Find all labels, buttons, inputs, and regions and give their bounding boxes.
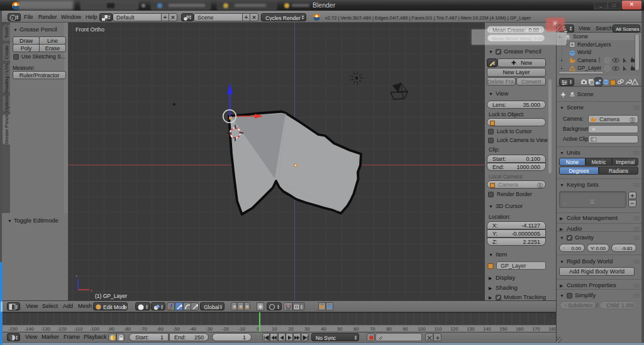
svg-text:z: z — [76, 274, 78, 278]
svg-text:x: x — [91, 288, 92, 292]
svg-text:i: i — [12, 16, 13, 20]
